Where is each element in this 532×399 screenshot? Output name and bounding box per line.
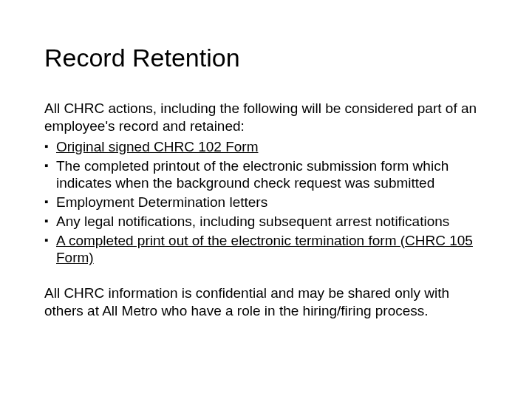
intro-paragraph: All CHRC actions, including the followin… (44, 100, 488, 135)
list-item: A completed print out of the electronic … (44, 232, 488, 267)
bullet-text: The completed printout of the electronic… (56, 158, 449, 191)
slide: Record Retention All CHRC actions, inclu… (0, 0, 532, 399)
page-title: Record Retention (44, 44, 488, 72)
bullet-text: Original signed CHRC 102 Form (56, 139, 259, 154)
body-content: All CHRC actions, including the followin… (44, 100, 488, 319)
list-item: The completed printout of the electronic… (44, 157, 488, 193)
bullet-text: Any legal notifications, including subse… (56, 214, 449, 229)
bullet-text: A completed print out of the electronic … (56, 233, 473, 266)
list-item: Employment Determination letters (44, 194, 488, 211)
list-item: Any legal notifications, including subse… (44, 213, 488, 231)
list-item: Original signed CHRC 102 Form (44, 138, 488, 156)
closing-paragraph: All CHRC information is confidential and… (44, 284, 488, 320)
bullet-list: Original signed CHRC 102 Form The comple… (44, 138, 488, 267)
bullet-text: Employment Determination letters (56, 194, 267, 210)
